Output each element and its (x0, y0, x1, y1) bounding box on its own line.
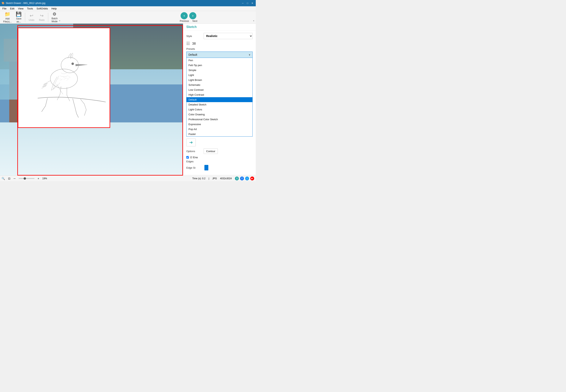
youtube-icon[interactable]: ▶ (250, 177, 254, 181)
enable-checkbox-row: ☑ Ena (186, 156, 253, 159)
preset-item-pop-art[interactable]: Pop Art (187, 127, 252, 132)
add-files-icon: 📁 (4, 11, 10, 17)
nav-labels: Previous Next (180, 20, 197, 22)
sliders-icon[interactable]: ☷ (186, 41, 190, 46)
menu-tools[interactable]: Tools (25, 7, 34, 10)
status-bar: 🔍 ⊡ ─ + 19% Time (s): 0.2 | JPG 4032x302… (0, 176, 256, 181)
menu-edit[interactable]: Edit (8, 7, 16, 10)
zoom-thumb[interactable] (24, 177, 26, 180)
sketch-canvas (18, 28, 110, 128)
toolbar-separator-1 (25, 13, 25, 22)
main-area: Sketch Style Realistic ☷ (0, 24, 256, 176)
info-icon[interactable]: ℹ (235, 177, 239, 181)
style-dropdown[interactable]: Realistic (204, 33, 253, 39)
preset-item-professional-color-sketch[interactable]: Professional Color Sketch (187, 117, 252, 122)
title-bar: 🎨 Sketch Drawer - IMG_0912~photo.jpg ─ □… (0, 0, 256, 6)
format-label: JPG (212, 177, 217, 180)
enable-checkbox[interactable] (186, 156, 189, 159)
canvas-area (0, 24, 183, 176)
close-button[interactable]: ✕ (250, 1, 254, 5)
preset-item-simple[interactable]: Simple (187, 68, 252, 73)
preset-item-default[interactable]: Default (187, 97, 252, 102)
preset-item-detailed-sketch[interactable]: Detailed Sketch (187, 102, 252, 107)
style-row: Style Realistic (186, 33, 253, 39)
save-as-label: Saveas... (16, 17, 21, 23)
toolbar-separator-2 (48, 13, 48, 22)
nav-buttons: ‹ › (180, 12, 196, 19)
preset-item-pen[interactable]: Pen (187, 58, 252, 63)
time-label: Time (s): 0.2 (192, 177, 205, 180)
facebook-icon[interactable]: f (240, 177, 244, 181)
title-bar-left: 🎨 Sketch Drawer - IMG_0912~photo.jpg (1, 2, 45, 4)
zoom-out-icon[interactable]: 🔍 (1, 177, 5, 180)
preset-item-felt-tip-pen[interactable]: Felt-Tip pen (187, 63, 252, 68)
title-bar-controls[interactable]: ─ □ ✕ (241, 1, 254, 5)
presets-dropdown-container: Default ∨ Pen Felt-Tip pen Simple Light … (186, 52, 253, 137)
edge-strength-label: Edge St (186, 166, 202, 169)
status-bar-right: Time (s): 0.2 | JPG 4032x3024 ℹ f t ▶ (192, 177, 254, 181)
undo-label: Undo (29, 19, 34, 21)
maximize-button[interactable]: □ (246, 1, 249, 5)
preset-item-color-drawing[interactable]: Color Drawing (187, 112, 252, 117)
toolbar: 📁 AddFile(s)... 💾 Saveas... ↩ Undo ↪ Red… (0, 11, 256, 24)
twitter-icon[interactable]: t (245, 177, 249, 181)
save-as-icon: 💾 (16, 11, 22, 17)
batch-mode-button[interactable]: ⚙ BatchMode (50, 11, 59, 24)
previous-button[interactable]: ‹ (180, 12, 188, 19)
preset-item-low-contrast[interactable]: Low Contrast (187, 87, 252, 92)
menu-view[interactable]: View (16, 7, 25, 10)
nav-expand-icon: ▾ (253, 20, 254, 22)
preset-item-schematic[interactable]: Schematic (187, 83, 252, 87)
preset-item-light-colors[interactable]: Light Colors (187, 107, 252, 112)
enable-label: ☑ Ena (190, 156, 198, 159)
chevron-down-icon: ∨ (249, 53, 250, 56)
zoom-track[interactable] (19, 178, 34, 179)
preset-item-expressive[interactable]: Expressive (187, 122, 252, 127)
redo-label: Redo (39, 19, 45, 21)
batch-expand-icon[interactable]: ▾ (59, 20, 60, 22)
redo-icon: ↪ (40, 13, 43, 18)
next-label: Next (193, 20, 197, 22)
next-button[interactable]: › (189, 12, 196, 19)
edge-strength-row: Edge St (186, 165, 253, 170)
menu-file[interactable]: File (1, 7, 8, 10)
svg-rect-0 (18, 28, 110, 127)
icons-row: ☷ (186, 41, 253, 46)
zoom-minus-icon[interactable]: ─ (14, 177, 15, 180)
crop-icon[interactable]: ⊡ (8, 177, 10, 180)
add-files-button[interactable]: 📁 AddFile(s)... (1, 11, 13, 24)
apply-button[interactable]: ➜ (186, 139, 196, 146)
arrow-right-icon: ➜ (189, 140, 193, 145)
zoom-plus-icon[interactable]: + (38, 177, 39, 180)
redo-button[interactable]: ↪ Redo (37, 12, 46, 22)
presets-header[interactable]: Default ∨ (186, 52, 253, 58)
minimize-button[interactable]: ─ (241, 1, 245, 5)
contour-button[interactable]: Contour (204, 148, 218, 154)
svg-point-3 (72, 63, 74, 65)
undo-button[interactable]: ↩ Undo (27, 12, 36, 22)
zoom-value: 19% (42, 177, 47, 180)
edge-color-swatch[interactable] (204, 165, 208, 170)
preset-item-high-contrast[interactable]: High Contrast (187, 92, 252, 97)
dimensions-label: 4032x3024 (220, 177, 232, 180)
menu-softorbits[interactable]: SoftOrbits (35, 7, 50, 10)
preset-item-light[interactable]: Light (187, 73, 252, 78)
batch-mode-icon: ⚙ (53, 12, 56, 17)
previous-label: Previous (180, 20, 189, 22)
undo-icon: ↩ (30, 13, 33, 18)
preset-item-light-brown[interactable]: Light Brown (187, 78, 252, 83)
save-as-button[interactable]: 💾 Saveas... (14, 11, 23, 24)
options-section: Options Contour ☑ Ena Edges Edge St (186, 148, 253, 170)
preset-item-pastel[interactable]: Pastel (187, 132, 252, 137)
presets-label: Presets (186, 47, 253, 50)
window-title: Sketch Drawer - IMG_0912~photo.jpg (6, 2, 45, 4)
panel-title: Sketch (186, 25, 196, 28)
app-icon: 🎨 (1, 2, 4, 4)
apply-row: ➜ (186, 139, 253, 146)
options-row: Options Contour (186, 148, 253, 154)
menu-help[interactable]: Help (50, 7, 58, 10)
separator: | (208, 177, 209, 180)
presets-section: Presets Default ∨ Pen Felt-Tip pen Simpl… (186, 47, 253, 137)
edges-row: Edges (186, 160, 253, 163)
style-section: Style Realistic ☷ Presets (183, 30, 256, 175)
